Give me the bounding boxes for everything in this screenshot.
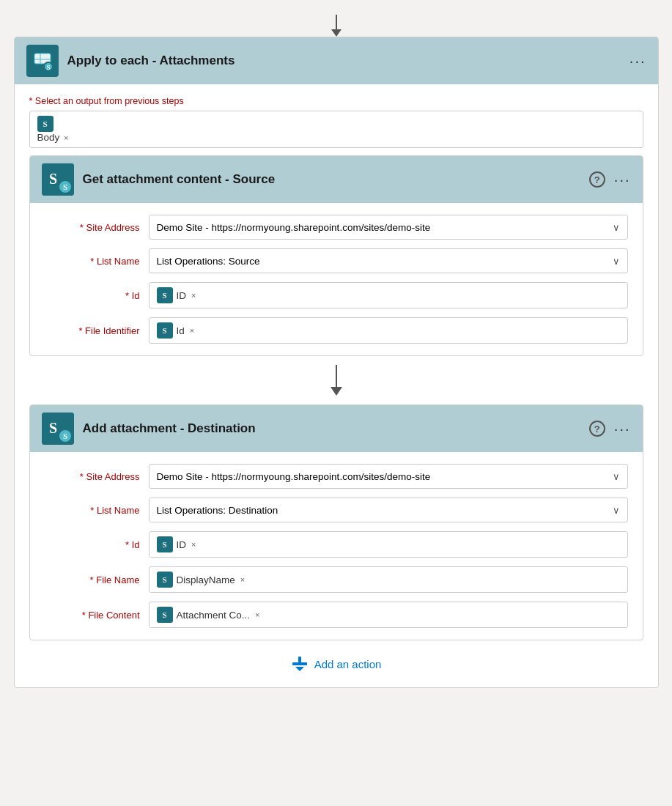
get-list-name-dropdown-arrow: ∨ xyxy=(613,256,620,267)
header-actions: ··· xyxy=(629,53,646,70)
get-file-identifier-label: * File Identifier xyxy=(45,325,140,336)
svg-text:S: S xyxy=(62,432,67,440)
add-site-address-label: * Site Address xyxy=(45,471,140,482)
get-file-identifier-tag-icon: S xyxy=(157,322,173,339)
body-tag: S Body × xyxy=(37,116,69,143)
get-file-identifier-input[interactable]: S Id × xyxy=(149,317,628,344)
svg-text:S: S xyxy=(62,182,67,191)
add-list-name-row: * List Name List Operations: Destination… xyxy=(45,498,628,522)
get-attachment-actions: ? ··· xyxy=(589,171,631,188)
add-action-section: Add an action xyxy=(29,655,643,673)
add-id-input[interactable]: S ID × xyxy=(149,531,628,558)
get-attachment-icon: S S xyxy=(42,163,74,196)
get-file-identifier-tag-close[interactable]: × xyxy=(190,326,194,335)
add-action-label: Add an action xyxy=(314,658,382,670)
apply-to-each-card: S Apply to each - Attachments ··· * Sele… xyxy=(14,37,659,688)
add-file-name-tag-close[interactable]: × xyxy=(240,575,245,584)
get-id-row: * Id S ID × xyxy=(45,282,628,308)
add-file-content-row: * File Content S Attachment Co... × xyxy=(45,602,628,628)
get-list-name-label: * List Name xyxy=(45,256,140,267)
get-attachment-card: S S Get attachment content - Source ? ··… xyxy=(29,155,643,356)
add-id-row: * Id S ID × xyxy=(45,531,628,558)
get-id-tag: S ID × xyxy=(157,287,196,303)
add-file-content-label: * File Content xyxy=(45,610,140,621)
add-list-name-input[interactable]: List Operations: Destination ∨ xyxy=(149,498,628,522)
apply-to-each-title: Apply to each - Attachments xyxy=(67,53,621,68)
get-site-address-value: Demo Site - https://normyoung.sharepoint… xyxy=(157,222,431,233)
get-id-tag-text: ID xyxy=(177,290,187,301)
add-file-name-tag-text: DisplayName xyxy=(177,574,235,585)
add-id-tag-text: ID xyxy=(177,539,187,550)
svg-rect-16 xyxy=(298,657,301,662)
add-id-tag-icon: S xyxy=(157,536,173,552)
card-connector-arrow xyxy=(29,356,643,404)
get-list-name-value: List Operations: Source xyxy=(157,256,260,267)
get-attachment-more-button[interactable]: ··· xyxy=(614,171,631,188)
add-list-name-dropdown-arrow: ∨ xyxy=(613,505,620,516)
get-site-address-input[interactable]: Demo Site - https://normyoung.sharepoint… xyxy=(149,215,628,240)
body-tag-text: Body xyxy=(37,132,60,143)
add-action-icon xyxy=(291,655,309,673)
get-file-identifier-tag: S Id × xyxy=(157,322,195,339)
top-connector xyxy=(331,15,341,37)
select-output-label: * Select an output from previous steps xyxy=(29,96,643,106)
get-attachment-header: S S Get attachment content - Source ? ··… xyxy=(30,156,643,203)
get-id-tag-close[interactable]: × xyxy=(191,291,196,300)
more-options-button[interactable]: ··· xyxy=(629,53,646,70)
add-file-name-tag: S DisplayName × xyxy=(157,572,245,588)
get-list-name-input[interactable]: List Operations: Source ∨ xyxy=(149,248,628,273)
svg-rect-15 xyxy=(292,662,307,665)
arrow-line xyxy=(336,365,337,387)
arrow-head xyxy=(331,387,342,396)
body-tag-close[interactable]: × xyxy=(64,133,68,142)
add-attachment-body: * Site Address Demo Site - https://normy… xyxy=(30,452,643,640)
add-attachment-more-button[interactable]: ··· xyxy=(614,421,631,437)
add-site-address-row: * Site Address Demo Site - https://normy… xyxy=(45,464,628,489)
add-id-label: * Id xyxy=(45,539,140,550)
add-list-name-label: * List Name xyxy=(45,505,140,516)
get-attachment-help-button[interactable]: ? xyxy=(589,171,605,188)
svg-text:S: S xyxy=(49,420,57,436)
add-attachment-card: S S Add attachment - Destination ? ··· xyxy=(29,404,643,640)
apply-to-each-header: S Apply to each - Attachments ··· xyxy=(15,37,658,84)
add-file-content-tag: S Attachment Co... × xyxy=(157,607,260,623)
add-attachment-header: S S Add attachment - Destination ? ··· xyxy=(30,405,643,452)
add-file-content-input[interactable]: S Attachment Co... × xyxy=(149,602,628,628)
add-file-name-input[interactable]: S DisplayName × xyxy=(149,566,628,593)
get-list-name-row: * List Name List Operations: Source ∨ xyxy=(45,248,628,273)
add-action-button[interactable]: Add an action xyxy=(291,655,382,673)
get-attachment-title: Get attachment content - Source xyxy=(83,172,580,187)
get-site-address-row: * Site Address Demo Site - https://normy… xyxy=(45,215,628,240)
add-file-content-tag-close[interactable]: × xyxy=(255,610,259,619)
add-site-address-input[interactable]: Demo Site - https://normyoung.sharepoint… xyxy=(149,464,628,489)
select-output-section: * Select an output from previous steps S… xyxy=(29,96,643,148)
svg-text:S: S xyxy=(46,64,50,71)
add-id-tag: S ID × xyxy=(157,536,196,552)
svg-marker-17 xyxy=(295,667,304,671)
get-file-identifier-row: * File Identifier S Id × xyxy=(45,317,628,344)
get-site-address-label: * Site Address xyxy=(45,222,140,233)
add-file-content-tag-icon: S xyxy=(157,607,173,623)
get-site-address-dropdown-arrow: ∨ xyxy=(613,222,620,233)
add-list-name-value: List Operations: Destination xyxy=(157,505,278,516)
add-file-name-label: * File Name xyxy=(45,574,140,585)
apply-to-each-icon: S xyxy=(26,45,59,77)
get-id-input[interactable]: S ID × xyxy=(149,282,628,308)
get-file-identifier-tag-text: Id xyxy=(177,325,185,336)
add-file-content-tag-text: Attachment Co... xyxy=(177,610,251,621)
get-id-tag-icon: S xyxy=(157,287,173,303)
add-file-name-row: * File Name S DisplayName × xyxy=(45,566,628,593)
add-attachment-actions: ? ··· xyxy=(589,421,631,437)
body-tag-icon: S xyxy=(37,116,53,132)
select-output-input[interactable]: S Body × xyxy=(29,111,643,148)
add-id-tag-close[interactable]: × xyxy=(191,540,196,549)
add-attachment-icon: S S xyxy=(42,413,74,445)
add-attachment-help-button[interactable]: ? xyxy=(589,421,605,437)
get-attachment-body: * Site Address Demo Site - https://normy… xyxy=(30,203,643,355)
add-site-address-dropdown-arrow: ∨ xyxy=(613,471,620,482)
add-attachment-title: Add attachment - Destination xyxy=(83,421,580,436)
svg-text:S: S xyxy=(49,171,57,187)
get-id-label: * Id xyxy=(45,290,140,301)
add-site-address-value: Demo Site - https://normyoung.sharepoint… xyxy=(157,471,431,482)
add-file-name-tag-icon: S xyxy=(157,572,173,588)
